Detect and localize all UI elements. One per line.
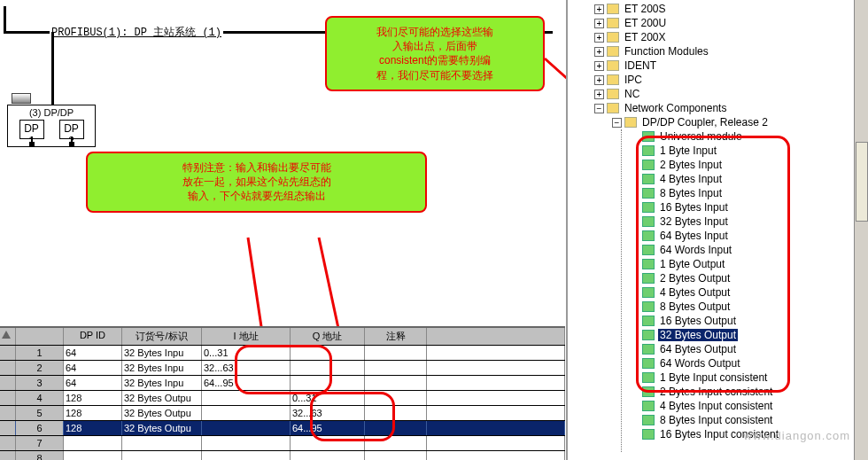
row-ident: 32 Bytes Inpu [122,346,202,360]
tree-guide-line [621,129,622,452]
tree-item-label: ET 200S [623,3,667,15]
device-port-1[interactable]: DP 1 [19,120,44,139]
row-slot: 5 [16,406,64,420]
tree-item-label: 4 Bytes Input consistent [658,400,774,412]
tree-toggle-icon[interactable]: + [594,19,604,28]
highlight-ring-iaddr [235,345,332,394]
tree-item[interactable]: +IPC [571,73,868,87]
tree-item-label: IPC [623,74,644,86]
row-comment [365,346,427,360]
tree-scrollbar-thumb[interactable] [856,142,868,222]
tree-item-label: Network Components [623,102,728,114]
folder-icon [607,4,619,14]
row-slot: 2 [16,361,64,375]
row-slot: 6 [16,421,64,435]
tree-item-label: 8 Bytes Input consistent [658,414,774,426]
col-icon [0,328,16,345]
row-comment [365,376,427,390]
table-header-row: DP ID 订货号/标识 I 地址 Q 地址 注释 [0,328,565,346]
row-iaddr [202,421,291,435]
row-slot: 3 [16,376,64,390]
profibus-label[interactable]: PROFIBUS(1): DP 主站系统 (1) [50,25,223,40]
tree-item[interactable]: +ET 200S [571,2,868,16]
table-row[interactable]: 612832 Bytes Outpu64...95 [0,421,565,436]
folder-icon [624,117,637,128]
tree-item[interactable]: +IDENT [571,58,868,73]
tree-toggle-icon[interactable]: − [612,118,622,128]
row-ident: 32 Bytes Inpu [122,376,202,390]
device-title: (3) DP/DP [8,105,95,118]
row-dpid: 128 [64,421,122,435]
folder-icon [607,89,619,99]
row-ident: 32 Bytes Inpu [122,361,202,375]
folder-icon [607,74,619,85]
tree-toggle-icon[interactable]: + [594,4,604,14]
row-dpid: 128 [64,406,122,420]
annotation-callout-2: 特别注意：输入和输出要尽可能 放在一起，如果这个站先组态的 输入，下个站就要先组… [86,152,427,213]
folder-icon [607,32,619,43]
row-icon-cell [0,376,16,390]
col-qaddr: Q 地址 [291,328,365,345]
highlight-ring-qaddr [310,392,395,441]
col-dpid: DP ID [64,328,122,345]
row-iaddr [202,406,291,420]
row-dpid: 128 [64,391,122,405]
tree-toggle-icon[interactable]: + [594,90,604,99]
folder-icon [607,60,619,71]
folder-icon [607,103,619,113]
watermark-text: www.diangon.com [744,429,851,442]
tree-toggle-icon[interactable]: + [594,61,604,71]
tree-toggle-icon[interactable]: + [594,47,604,57]
row-ident: 32 Bytes Outpu [122,391,202,405]
table-row[interactable]: 512832 Bytes Outpu32...63 [0,406,565,421]
tree-toggle-icon[interactable]: − [594,104,604,113]
col-comment: 注释 [365,328,427,345]
device-drop-line [51,32,54,106]
tree-item[interactable]: −DP/DP Coupler, Release 2 [571,115,868,129]
row-ident: 32 Bytes Outpu [122,421,202,435]
row-slot: 4 [16,391,64,405]
row-dpid: 64 [64,346,122,360]
module-icon [642,429,655,440]
row-dpid: 64 [64,376,122,390]
row-icon-cell [0,421,16,435]
row-comment [365,361,427,375]
tree-item[interactable]: +Function Modules [571,44,868,58]
tree-item[interactable]: −Network Components [571,101,868,115]
tree-scrollbar[interactable] [854,0,868,460]
tree-toggle-icon[interactable]: + [594,75,604,85]
tree-item[interactable]: 4 Bytes Input consistent [571,399,868,413]
dp-dp-coupler-device[interactable]: (3) DP/DP DP 1 DP 2 [7,105,96,147]
tree-item-label: NC [623,88,641,100]
folder-icon [607,18,619,28]
device-port-2[interactable]: DP 2 [59,120,84,139]
row-dpid: 64 [64,361,122,375]
row-icon-cell [0,361,16,375]
tree-item-label: ET 200X [623,31,667,43]
module-icon [642,401,655,411]
annotation-callout-1: 我们尽可能的选择这些输 入输出点，后面带 consistent的需要特别编 程，… [325,16,545,91]
tree-item[interactable]: +ET 200X [571,30,868,44]
col-iaddr: I 地址 [202,328,291,345]
tree-toggle-icon[interactable]: + [594,33,604,43]
row-icon-cell [0,346,16,360]
tree-item[interactable]: +NC [571,87,868,101]
row-slot: 1 [16,346,64,360]
tree-item-label: DP/DP Coupler, Release 2 [640,116,770,129]
folder-icon [607,46,619,57]
table-row-empty[interactable]: 8 [0,451,565,460]
module-icon [642,415,655,425]
row-icon-cell [0,391,16,405]
col-slot [16,328,64,345]
tree-item-label: ET 200U [623,17,668,29]
tree-item[interactable]: 8 Bytes Input consistent [571,413,868,427]
tree-item-label: Function Modules [623,45,710,58]
tree-item[interactable]: +ET 200U [571,16,868,30]
tree-item-label: IDENT [623,59,658,72]
row-icon-cell [0,406,16,420]
col-ident: 订货号/标识 [122,328,202,345]
row-ident: 32 Bytes Outpu [122,406,202,420]
table-row-empty[interactable]: 7 [0,436,565,451]
device-small-icon [12,93,31,104]
highlight-ring-modules [636,136,790,393]
